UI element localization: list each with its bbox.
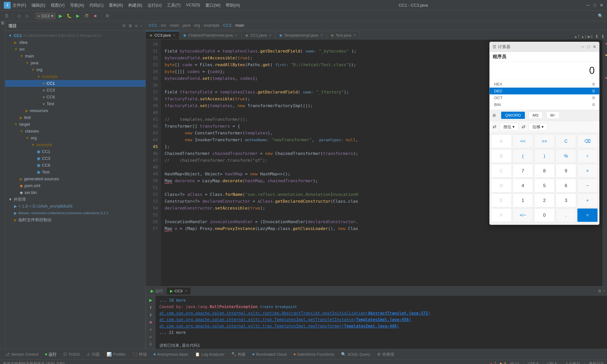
panel-collapse-btn[interactable]: − [140, 24, 143, 28]
tab-close-cc3[interactable]: ✕ [173, 33, 175, 37]
breadcrumb-main-method[interactable]: main [235, 23, 244, 28]
panel-gear-btn[interactable]: ⚙ [128, 24, 132, 28]
stop-button[interactable]: ■ [92, 12, 99, 20]
bottom-tab-apex[interactable]: Anonymous Apex [151, 351, 191, 358]
window-controls[interactable]: ─ □ ✕ [587, 3, 603, 8]
menu-build[interactable]: 构建(B) [128, 2, 142, 8]
calc-menu-icon[interactable]: ☰ [493, 44, 496, 49]
tree-item-class-cc6[interactable]: ◉ CC6 [5, 162, 145, 169]
menu-vcs[interactable]: VCS(S) [186, 2, 200, 8]
menu-view[interactable]: 视图(V) [51, 2, 65, 8]
bottom-tab-soql[interactable]: 🔍 SOQL Query [338, 351, 373, 358]
menu-code[interactable]: 代码(C) [89, 2, 104, 8]
menu-file[interactable]: 文件(F) [13, 2, 26, 8]
tree-item-class-cc1[interactable]: ◉ CC1 [5, 148, 145, 155]
run-copy-btn[interactable]: ⎘ [147, 341, 154, 347]
tree-item-test-folder[interactable]: ▶ test [5, 114, 145, 121]
menu-bar[interactable]: 文件(F) 编辑(E) 视图(V) 导航(N) 代码(C) 重构(R) 构建(B… [13, 2, 240, 8]
tree-item-src[interactable]: ▼ src [5, 46, 145, 53]
tab-test[interactable]: ◉ Test.java ✕ [327, 31, 360, 39]
breadcrumb-cc3[interactable]: CC3 [223, 23, 231, 28]
menu-edit[interactable]: 编辑(E) [31, 2, 45, 8]
toolbar-project-btn[interactable]: ☰ [3, 12, 10, 20]
calc-btn-4[interactable]: 4 [513, 179, 533, 193]
breadcrumb-example[interactable]: example [204, 23, 220, 28]
mode-btn-shift[interactable]: 位移 ▾ [528, 123, 548, 131]
calc-btn-decimal[interactable]: . [556, 208, 576, 222]
tree-item-target-org[interactable]: ▼ org [5, 135, 145, 142]
calc-btn-3[interactable]: 3 [556, 194, 576, 207]
bottom-tab-sf[interactable]: Salesforce Functions [290, 351, 337, 358]
tree-item-class-cc3[interactable]: ◉ CC3 [5, 155, 145, 162]
calc-btn-equals[interactable]: = [577, 208, 598, 222]
tree-item-ser[interactable]: ◆ ser.bin [5, 189, 145, 196]
tree-item-extlibs[interactable]: ▼ 外部库 [5, 196, 145, 203]
search-btn[interactable]: 🔍 [597, 12, 604, 20]
menu-tools[interactable]: 工具(T) [167, 2, 181, 8]
tree-item-target[interactable]: ▼ target [5, 121, 145, 128]
tree-item-cc6-file[interactable]: ● CC6 [5, 94, 145, 101]
bottom-tab-run[interactable]: 运行 [42, 351, 60, 358]
tab-scroll-up[interactable]: ⬆ [595, 34, 599, 39]
run-button[interactable]: ▶ [57, 12, 64, 20]
settings-btn[interactable]: ⚙ [104, 12, 111, 20]
breadcrumb-java[interactable]: java [183, 23, 190, 28]
bottom-tab-vcs[interactable]: ⎇ Version Control [2, 351, 41, 358]
output-line-3[interactable]: at com.sun.org.apache.xalan.internal.xsl… [159, 323, 603, 329]
calc-btn-2[interactable]: 2 [534, 194, 555, 207]
calc-btn-1[interactable]: 1 [513, 194, 533, 207]
tab-close-templates[interactable]: ✕ [320, 33, 323, 37]
calc-btn-percent[interactable]: % [556, 149, 576, 163]
tree-item-temp[interactable]: ▶ 临时文件和控制台 [5, 217, 145, 223]
panel-sync-btn[interactable]: ⟳ [122, 24, 126, 28]
create-breakpoint-link[interactable]: Create breakpoint [260, 305, 297, 309]
run-wrap-btn[interactable]: ↵ [147, 334, 154, 340]
run-tab-cc3-close[interactable]: ✕ [185, 289, 188, 293]
calc-btn-8[interactable]: 8 [534, 164, 555, 178]
calc-btn-rparen[interactable]: ) [534, 149, 555, 163]
toolbar-back-btn[interactable]: ◁ [15, 12, 22, 20]
run-tab-cc3[interactable]: ▶ CC3 ✕ [167, 288, 191, 294]
tab-close-cc1[interactable]: ✕ [269, 33, 271, 37]
wordsize-ms[interactable]: MS [529, 112, 543, 119]
output-line-2[interactable]: at com.sun.org.apache.xalan.internal.xsl… [159, 316, 603, 323]
status-encoding[interactable]: UTF-8 [528, 362, 539, 364]
menu-run[interactable]: 运行(U) [147, 2, 162, 8]
tree-item-resources[interactable]: ▶ resources [5, 107, 145, 114]
tree-item-test-file[interactable]: ● Test [5, 101, 145, 107]
calc-btn-7[interactable]: 7 [513, 164, 533, 178]
mode-btn-buttons[interactable]: 按位 ▾ [500, 123, 519, 131]
run-tab-run[interactable]: ▶ 运行 [147, 288, 166, 294]
tree-item-class-test[interactable]: ◉ Test [5, 169, 145, 176]
maximize-btn[interactable]: □ [594, 3, 596, 8]
run-up-btn[interactable]: ⬆ [147, 304, 154, 310]
breadcrumb-org[interactable]: org [194, 23, 200, 28]
tree-item-java[interactable]: ▼ java [5, 60, 145, 66]
profile-button[interactable]: ⏱ [83, 12, 90, 20]
toolbar-forward-btn[interactable]: ▷ [24, 12, 31, 20]
run-close-btn[interactable]: − [603, 289, 605, 293]
breadcrumb-cc1[interactable]: CC1 [149, 23, 157, 28]
tab-close-chained[interactable]: ✕ [235, 33, 238, 37]
panel-filter-btn[interactable]: ≡ [135, 24, 137, 28]
tab-templates[interactable]: ◉ TemplatesImpl.java ✕ [276, 31, 327, 39]
calc-maximize[interactable]: □ [587, 44, 590, 49]
tree-item-target-example[interactable]: ▼ example [5, 142, 145, 148]
calc-btn-negate[interactable]: +/− [513, 208, 533, 222]
run-restart-btn[interactable]: ▶ [147, 297, 154, 303]
calc-btn-backspace[interactable]: ⌫ [577, 134, 598, 148]
calc-btn-rshift[interactable]: >> [534, 134, 555, 148]
breadcrumb-main[interactable]: main [170, 23, 179, 28]
calc-btn-divide[interactable]: ÷ [577, 149, 598, 163]
bottom-tab-issues[interactable]: ⚠ 问题 [84, 351, 103, 358]
calc-btn-clear[interactable]: C [556, 134, 576, 148]
menu-help[interactable]: 帮助(H) [226, 2, 240, 8]
menu-window[interactable]: 窗口(W) [205, 2, 220, 8]
tab-cc3[interactable]: ◉ CC3.java ✕ [146, 31, 179, 39]
tree-item-commons[interactable]: ▶ Maven: commons-collections:commons-col… [5, 210, 145, 217]
calc-minimize[interactable]: ─ [581, 44, 584, 49]
output-line-1[interactable]: at com.sun.org.apache.xalan.internal.xsl… [159, 310, 603, 316]
calc-btn-lshift[interactable]: << [513, 134, 533, 148]
tab-close-test[interactable]: ✕ [353, 33, 356, 37]
bottom-tab-cloud[interactable]: Illuminated Cloud [250, 351, 290, 358]
